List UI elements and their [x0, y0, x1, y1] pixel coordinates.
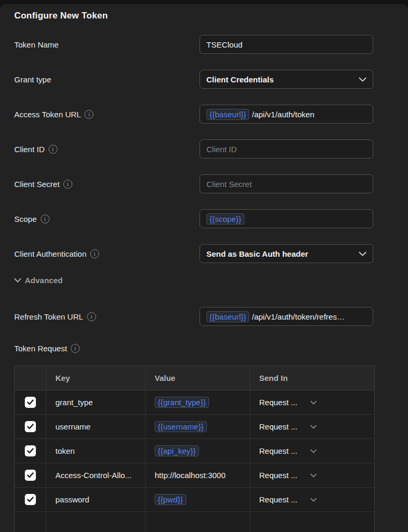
grant-type-value: Client Credentials — [206, 75, 274, 84]
table-row-empty — [15, 512, 374, 532]
client-secret-input[interactable] — [200, 174, 373, 193]
table-row: password {{pwd}} Request ... — [15, 488, 374, 512]
token-name-row: Token Name — [14, 35, 373, 54]
advanced-label: Advanced — [25, 276, 63, 285]
refresh-token-url-label: Refresh Token URL i — [14, 312, 96, 321]
send-in-select[interactable]: Request ... — [259, 422, 317, 431]
send-in-select[interactable]: Request ... — [259, 398, 317, 407]
row-checkbox[interactable] — [25, 397, 36, 408]
table-row: Access-Control-Allo... http://localhost:… — [15, 463, 374, 488]
access-token-url-row: Access Token URL i {{baseurl}} /api/v1/a… — [14, 105, 373, 124]
variable-pill: {{scope}} — [206, 213, 244, 225]
configure-token-panel: Configure New Token Token Name Grant typ… — [0, 4, 408, 532]
info-icon[interactable]: i — [90, 249, 99, 258]
variable-pill: {{username}} — [155, 421, 207, 432]
check-icon — [27, 424, 34, 430]
client-id-label: Client ID i — [14, 145, 58, 154]
chevron-down-icon — [310, 425, 317, 429]
info-icon[interactable]: i — [84, 110, 93, 119]
key-cell[interactable]: password — [46, 488, 146, 511]
table-row: token {{api_key}} Request ... — [15, 439, 374, 463]
header-checkbox-cell — [15, 366, 46, 390]
token-name-label: Token Name — [14, 40, 59, 49]
table-row: username {{username}} Request ... — [15, 415, 374, 439]
chevron-down-icon — [310, 498, 317, 502]
variable-pill: {{grant_type}} — [155, 397, 209, 408]
check-icon — [27, 472, 34, 478]
row-checkbox[interactable] — [25, 470, 36, 481]
check-icon — [27, 448, 34, 454]
client-secret-row: Client Secret i — [14, 174, 373, 193]
variable-pill: {{pwd}} — [155, 494, 186, 505]
value-cell[interactable] — [146, 512, 250, 532]
chevron-down-icon — [310, 473, 317, 478]
send-in-select[interactable]: Request ... — [259, 471, 317, 480]
value-cell[interactable]: http://localhost:3000 — [146, 463, 250, 487]
info-icon[interactable]: i — [63, 180, 72, 189]
chevron-down-icon — [310, 400, 317, 405]
client-id-input[interactable] — [200, 139, 373, 158]
row-checkbox[interactable] — [25, 494, 36, 505]
check-icon — [27, 399, 34, 405]
token-request-label: Token Request — [14, 344, 67, 353]
info-icon[interactable]: i — [71, 344, 80, 353]
key-cell[interactable]: Access-Control-Allo... — [46, 463, 146, 487]
client-authentication-select[interactable]: Send as Basic Auth header — [200, 244, 373, 263]
key-cell[interactable]: grant_type — [46, 390, 146, 414]
key-cell[interactable] — [46, 512, 146, 532]
check-icon — [27, 497, 34, 502]
refresh-token-url-input[interactable]: {{baseurl}} /api/v1/auth/token/refres… — [200, 307, 373, 326]
send-in-select[interactable]: Request ... — [259, 495, 317, 504]
client-authentication-label: Client Authentication i — [14, 249, 99, 258]
row-checkbox[interactable] — [25, 421, 36, 432]
client-authentication-row: Client Authentication i Send as Basic Au… — [14, 244, 373, 263]
value-cell[interactable]: {{api_key}} — [146, 439, 250, 463]
row-checkbox[interactable] — [25, 445, 36, 456]
refresh-token-url-row: Refresh Token URL i {{baseurl}} /api/v1/… — [14, 307, 373, 326]
value-cell[interactable]: {{username}} — [146, 415, 250, 438]
send-in-cell[interactable] — [250, 512, 374, 532]
header-send-in: Send In — [250, 366, 374, 390]
grant-type-label: Grant type — [14, 75, 51, 84]
token-name-input[interactable] — [200, 35, 373, 54]
info-icon[interactable]: i — [49, 145, 58, 154]
access-token-url-label: Access Token URL i — [14, 110, 93, 119]
header-value: Value — [146, 366, 250, 390]
value-cell[interactable]: {{grant_type}} — [146, 390, 250, 414]
send-in-select[interactable]: Request ... — [259, 446, 317, 455]
client-authentication-value: Send as Basic Auth header — [206, 249, 308, 258]
client-secret-label: Client Secret i — [14, 180, 72, 189]
info-icon[interactable]: i — [87, 312, 96, 321]
key-cell[interactable]: username — [46, 415, 146, 438]
chevron-down-icon — [310, 449, 317, 453]
scope-input[interactable]: {{scope}} — [200, 209, 373, 228]
table-row: grant_type {{grant_type}} Request ... — [15, 390, 374, 415]
url-path-text: /api/v1/auth/token — [252, 110, 314, 119]
scope-label: Scope i — [14, 214, 50, 223]
advanced-section-toggle[interactable]: Advanced — [14, 275, 72, 285]
table-header-row: Key Value Send In — [15, 366, 374, 390]
header-key: Key — [46, 366, 146, 390]
variable-pill: {{baseurl}} — [206, 109, 249, 120]
chevron-down-icon — [359, 77, 366, 82]
access-token-url-input[interactable]: {{baseurl}} /api/v1/auth/token — [200, 105, 373, 124]
url-path-text: /api/v1/auth/token/refres… — [252, 312, 345, 321]
token-request-table: Key Value Send In grant_type {{grant_typ… — [14, 366, 375, 532]
value-cell[interactable]: {{pwd}} — [146, 488, 250, 511]
scope-row: Scope i {{scope}} — [14, 209, 373, 228]
empty-checkbox-cell[interactable] — [15, 512, 46, 532]
variable-pill: {{baseurl}} — [206, 311, 249, 322]
info-icon[interactable]: i — [41, 214, 50, 223]
chevron-down-icon — [359, 251, 366, 256]
client-id-row: Client ID i — [14, 139, 373, 158]
variable-pill: {{api_key}} — [155, 445, 199, 456]
token-request-label-row: Token Request i — [14, 343, 373, 353]
grant-type-select[interactable]: Client Credentials — [200, 70, 373, 89]
page-title: Configure New Token — [14, 11, 373, 21]
chevron-down-icon — [14, 278, 21, 283]
grant-type-row: Grant type Client Credentials — [14, 70, 373, 89]
key-cell[interactable]: token — [46, 439, 146, 463]
